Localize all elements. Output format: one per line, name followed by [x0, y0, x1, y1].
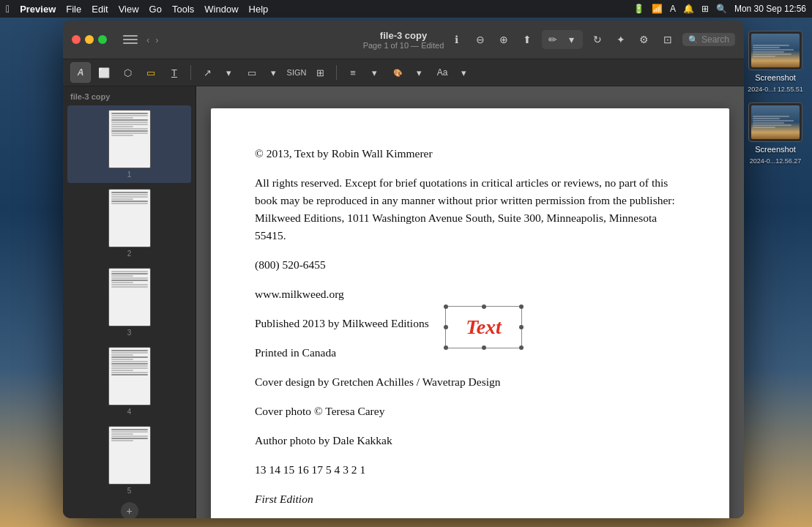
- fullscreen-button[interactable]: [98, 35, 107, 44]
- desktop-icon-screenshot-2[interactable]: Screenshot 2024-0...12.56.27: [742, 100, 808, 168]
- pen-icon[interactable]: ✏: [544, 31, 562, 48]
- menu-search-icon[interactable]: 🔍: [716, 4, 727, 14]
- doc-edition-numbers: 13 14 15 16 17 5 4 3 2 1: [255, 461, 685, 479]
- resize-handle-tm[interactable]: [482, 304, 486, 309]
- rotate-icon[interactable]: ↻: [589, 31, 606, 48]
- underline-button[interactable]: T: [164, 62, 185, 83]
- page-thumb-1: [108, 110, 151, 168]
- menu-window[interactable]: Window: [204, 4, 238, 15]
- menu-help[interactable]: Help: [249, 4, 269, 15]
- add-page-button[interactable]: +: [121, 502, 138, 518]
- font-tool-group: Aa ▾: [432, 62, 474, 83]
- info-icon[interactable]: ℹ: [448, 31, 466, 48]
- text-annotation-label[interactable]: Text: [466, 315, 502, 339]
- share-icon[interactable]: ⬆: [518, 31, 536, 48]
- zoom-in-icon[interactable]: ⊕: [495, 31, 513, 48]
- document-area[interactable]: Text © 2013, Text by Robin Wall Kimmerer…: [196, 86, 744, 518]
- toolbar-separator-1: [190, 65, 191, 80]
- page-num-5: 5: [127, 487, 132, 495]
- color-dropdown-button[interactable]: ▾: [409, 62, 429, 83]
- border-button[interactable]: ▭: [242, 62, 262, 83]
- text-annotation-box[interactable]: Text: [445, 306, 522, 348]
- menu-control-icon: ⊞: [701, 4, 709, 14]
- rect-select-button[interactable]: ⬜: [94, 62, 114, 83]
- menu-go[interactable]: Go: [149, 4, 162, 15]
- color-button[interactable]: 🎨: [387, 62, 408, 83]
- doc-copyright: © 2013, Text by Robin Wall Kimmerer: [255, 145, 685, 162]
- search-bar[interactable]: 🔍 Search: [682, 33, 735, 46]
- screenshot-thumbnail-2: [748, 102, 802, 142]
- menu-notification-icon: 🔔: [683, 4, 694, 14]
- menu-view[interactable]: View: [119, 4, 139, 15]
- window-filename: file-3 copy: [363, 30, 444, 41]
- shapes-dropdown-button[interactable]: ▾: [218, 62, 239, 83]
- resize-handle-tr[interactable]: [519, 304, 524, 309]
- sidebar-page-1[interactable]: 1: [67, 105, 191, 183]
- window-toolbar: A ⬜ ⬡ ▭ T ↗ ▾ ▭ ▾ SIGN ⊞ ≡ ▾ 🎨 ▾ Aa ▾: [63, 59, 744, 86]
- screenshot-image-1: [751, 34, 800, 67]
- crop-icon[interactable]: ⊡: [659, 31, 677, 48]
- doc-author-photo: Author photo by Dale Kakkak: [255, 432, 685, 449]
- page-num-4: 4: [127, 408, 132, 416]
- border-tool-group: ▭ ▾: [242, 62, 283, 83]
- page-num-3: 3: [127, 329, 132, 337]
- page-thumb-4: [108, 347, 151, 405]
- page-num-1: 1: [127, 171, 132, 179]
- chevron-left-icon[interactable]: ‹: [146, 34, 149, 45]
- minimize-button[interactable]: [85, 35, 94, 44]
- align-tool-group: ≡ ▾: [343, 62, 384, 83]
- zoom-fit-button[interactable]: ⊞: [310, 62, 330, 83]
- pen-dropdown-icon[interactable]: ▾: [563, 31, 581, 48]
- resize-handle-bm[interactable]: [482, 345, 486, 350]
- desktop-icon-screenshot-1[interactable]: Screenshot 2024-0...t 12.55.51: [742, 28, 808, 97]
- menu-tools[interactable]: Tools: [172, 4, 194, 15]
- sidebar-toggle-button[interactable]: [120, 32, 141, 47]
- menubar-right: 🔋 📶 A 🔔 ⊞ 🔍 Mon 30 Sep 12:56: [633, 4, 806, 14]
- menu-wifi-icon: 📶: [652, 4, 663, 14]
- toolbar-separator-2: [336, 65, 337, 80]
- doc-cover-design: Cover design by Gretchen Achilles / Wave…: [255, 373, 685, 391]
- lasso-button[interactable]: ⬡: [117, 62, 138, 83]
- text-tool-button[interactable]: A: [70, 62, 91, 83]
- highlight-button[interactable]: ▭: [141, 62, 161, 83]
- window-subtitle: Page 1 of 10 — Edited: [363, 41, 444, 50]
- zoom-out-icon[interactable]: ⊖: [472, 31, 489, 48]
- menu-preview[interactable]: Preview: [20, 4, 56, 15]
- sidebar-page-3[interactable]: 3: [67, 264, 191, 341]
- sidebar-page-2[interactable]: 2: [67, 184, 191, 262]
- stamp-button[interactable]: SIGN: [286, 62, 307, 83]
- arrow-tool-button[interactable]: ↗: [197, 62, 217, 83]
- auto-enhance-icon[interactable]: ✦: [612, 31, 630, 48]
- resize-handle-tl[interactable]: [444, 304, 448, 309]
- doc-cover-photo: Cover photo © Teresa Carey: [255, 403, 685, 420]
- desktop-icon-label-2: Screenshot: [755, 145, 796, 154]
- close-button[interactable]: [72, 35, 81, 44]
- align-left-button[interactable]: ≡: [343, 62, 363, 83]
- color-tool-group: 🎨 ▾: [387, 62, 429, 83]
- resize-handle-br[interactable]: [519, 345, 524, 350]
- sidebar-page-4[interactable]: 4: [67, 343, 191, 420]
- page-thumb-5: [108, 426, 151, 485]
- menu-edit[interactable]: Edit: [92, 4, 108, 15]
- resize-handle-mr[interactable]: [519, 325, 524, 329]
- font-button[interactable]: Aa: [432, 62, 452, 83]
- sidebar-page-5[interactable]: 5: [67, 422, 191, 499]
- toggle-line-2: [123, 39, 138, 40]
- resize-handle-bl[interactable]: [444, 345, 448, 350]
- titlebar-tools: ℹ ⊖ ⊕ ⬆ ✏ ▾ ↻ ✦ ⚙ ⊡ 🔍 Search: [448, 30, 735, 49]
- align-dropdown-button[interactable]: ▾: [364, 62, 384, 83]
- border-dropdown-button[interactable]: ▾: [263, 62, 283, 83]
- menu-file[interactable]: File: [66, 4, 81, 15]
- window-titlebar: ‹ › file-3 copy Page 1 of 10 — Edited ℹ …: [63, 20, 744, 59]
- desktop-icon-sublabel-1: 2024-0...t 12.55.51: [748, 86, 803, 94]
- doc-rights: All rights reserved. Except for brief qu…: [255, 174, 685, 244]
- menu-battery-icon: 🔋: [633, 4, 644, 14]
- markup-tool-group: ✏ ▾: [542, 30, 583, 49]
- adjust-icon[interactable]: ⚙: [636, 31, 653, 48]
- doc-edition-label: First Edition: [255, 490, 685, 508]
- page-thumb-2: [108, 189, 151, 247]
- chevron-right-icon[interactable]: ›: [155, 34, 158, 45]
- font-dropdown-button[interactable]: ▾: [453, 62, 474, 83]
- apple-menu[interactable]: : [6, 3, 10, 15]
- resize-handle-ml[interactable]: [444, 325, 448, 329]
